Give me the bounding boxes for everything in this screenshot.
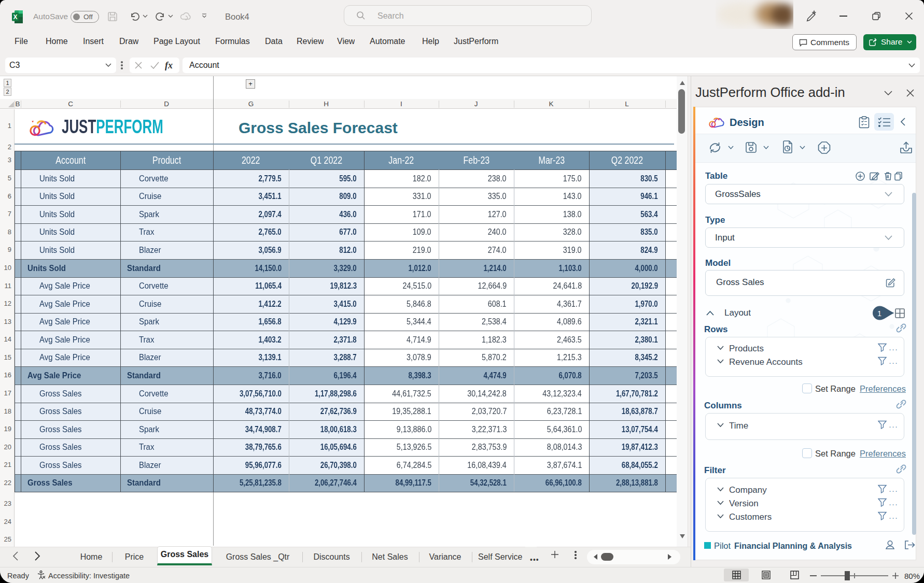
svg-text:1: 1 xyxy=(877,309,881,318)
svg-text:X: X xyxy=(13,13,17,21)
